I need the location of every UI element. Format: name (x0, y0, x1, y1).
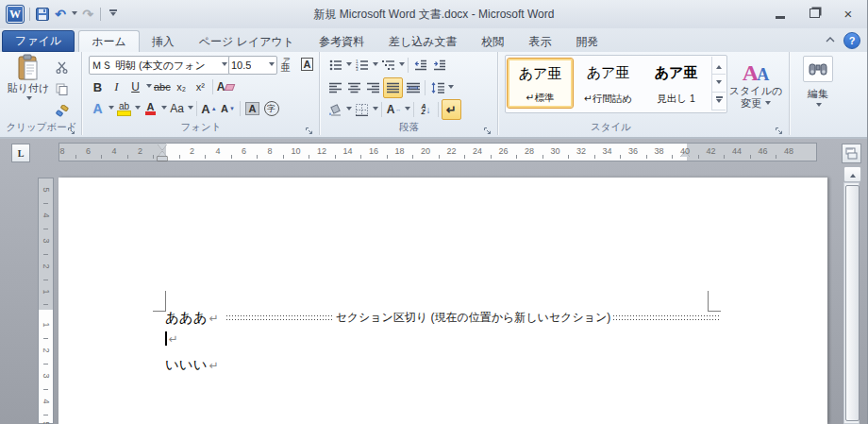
tab-references[interactable]: 参考資料 (307, 31, 376, 52)
increase-indent-button[interactable] (430, 56, 448, 75)
tab-home[interactable]: ホーム (78, 30, 140, 52)
style-normal[interactable]: あア亜 ↵標準 (507, 58, 574, 109)
align-center-icon (348, 82, 360, 93)
up-arrow-icon (716, 62, 722, 69)
subscript-button[interactable]: x₂ (173, 77, 191, 96)
multilevel-list-button[interactable] (379, 56, 397, 75)
phonetic-guide-button[interactable]: ア亜 (276, 55, 294, 74)
strikethrough-button[interactable]: abc (153, 77, 172, 96)
font-color-dropdown[interactable] (161, 106, 167, 112)
copy-icon (56, 83, 68, 95)
styles-gallery-scroll (711, 57, 726, 110)
align-right-button[interactable] (364, 78, 382, 97)
vertical-scrollbar[interactable] (843, 182, 860, 424)
horizontal-ruler[interactable]: 8642246810121416182022242628303234363840… (58, 143, 817, 161)
character-border-icon: A (301, 58, 314, 71)
show-formatting-marks-button[interactable]: ↵ (442, 99, 461, 120)
character-shading-button[interactable]: A (243, 99, 261, 118)
underline-button[interactable]: U (126, 77, 144, 96)
tab-insert[interactable]: 挿入 (140, 31, 187, 52)
shrink-font-button[interactable]: A▼ (219, 99, 237, 118)
tab-file[interactable]: ファイル (2, 30, 75, 52)
ruler-toggle-icon (845, 147, 858, 160)
superscript-button[interactable]: x² (192, 77, 209, 96)
copy-button[interactable] (53, 79, 71, 98)
minimize-ribbon-icon[interactable] (825, 29, 836, 46)
minimize-button[interactable] (772, 6, 789, 21)
font-size-select[interactable]: 10.5 (228, 56, 277, 75)
tab-mailings[interactable]: 差し込み文書 (376, 31, 470, 52)
align-center-button[interactable] (345, 78, 363, 97)
format-painter-button[interactable] (53, 101, 71, 120)
tab-selector-button[interactable]: L (11, 144, 30, 162)
cut-button[interactable] (53, 58, 71, 76)
asian-layout-button[interactable]: A↔ (385, 100, 403, 119)
font-color-bar (145, 111, 156, 115)
font-name-select[interactable]: ＭＳ 明朝 (本文のフォン (89, 56, 230, 75)
help-button[interactable]: ? (843, 32, 860, 49)
left-indent-marker[interactable] (158, 157, 167, 161)
numbering-dropdown[interactable] (373, 62, 378, 69)
decrease-indent-button[interactable] (411, 56, 429, 75)
styles-scroll-up-button[interactable] (712, 57, 726, 75)
scrollbar-thumb[interactable] (845, 185, 860, 421)
bullets-dropdown[interactable] (346, 62, 352, 69)
italic-button[interactable]: I (108, 77, 125, 96)
clipboard-dialog-launcher[interactable] (67, 123, 76, 132)
styles-scroll-down-button[interactable] (712, 75, 726, 93)
underline-dropdown[interactable] (146, 84, 152, 91)
highlight-button[interactable]: ab (115, 99, 133, 118)
highlight-dropdown[interactable] (135, 106, 141, 112)
borders-button[interactable] (353, 100, 371, 119)
text-effects-dropdown[interactable] (108, 106, 114, 112)
borders-dropdown[interactable] (373, 107, 378, 113)
font-color-button[interactable]: A (142, 99, 159, 118)
align-left-button[interactable] (326, 78, 344, 97)
tab-page-layout[interactable]: ページ レイアウト (187, 31, 307, 52)
style-no-spacing[interactable]: あア亜 ↵行間詰め (575, 58, 642, 109)
character-border-button[interactable]: A (298, 55, 316, 74)
ruler-toggle-button[interactable] (842, 144, 861, 163)
distribute-button[interactable] (404, 78, 422, 97)
shading-dropdown[interactable] (346, 107, 352, 113)
close-button[interactable]: × (840, 6, 857, 21)
grow-font-button[interactable]: A▲ (200, 99, 218, 118)
text-effects-button[interactable]: A (89, 99, 107, 118)
distribute-icon (407, 82, 420, 93)
editing-button[interactable]: 編集 (794, 56, 842, 110)
paste-dropdown[interactable] (26, 96, 32, 103)
line-spacing-button[interactable] (428, 78, 446, 97)
scroll-up-button[interactable] (843, 166, 861, 182)
pilcrow-icon: ↵ (446, 103, 457, 117)
change-styles-button[interactable]: AA スタイルの 変更 (727, 55, 784, 110)
numbering-button[interactable]: 123 (353, 56, 371, 75)
change-case-dropdown[interactable] (188, 106, 193, 112)
tab-review[interactable]: 校閲 (470, 31, 517, 52)
enclose-characters-button[interactable]: 字 (262, 99, 280, 118)
indent-icon (433, 59, 446, 71)
multilevel-dropdown[interactable] (399, 62, 405, 69)
style-heading1[interactable]: あア亜 見出し 1 (643, 58, 709, 109)
sort-button[interactable]: AZ ↓ (417, 100, 435, 119)
bold-button[interactable]: B (89, 77, 107, 96)
first-line-indent-marker[interactable] (158, 144, 167, 150)
shading-button[interactable] (326, 100, 344, 119)
paragraph-dialog-launcher[interactable] (483, 123, 492, 132)
restore-button[interactable] (806, 6, 823, 21)
styles-dialog-launcher[interactable] (775, 123, 784, 132)
styles-more-button[interactable] (712, 93, 726, 110)
clear-formatting-button[interactable]: A (216, 77, 236, 96)
asian-layout-dropdown[interactable] (405, 107, 410, 113)
vertical-ruler[interactable]: 5432112345 (38, 178, 54, 424)
font-dialog-launcher[interactable] (305, 123, 314, 132)
line-spacing-dropdown[interactable] (448, 85, 454, 92)
word-window: W ↶ ↷ 新規 Microsoft Word 文書.docx - Micros… (0, 0, 868, 424)
tab-developer[interactable]: 開発 (564, 31, 611, 52)
bullets-button[interactable] (326, 56, 344, 75)
change-case-button[interactable]: Aa (168, 99, 186, 118)
paragraph-mark: ↵ (209, 359, 219, 372)
tab-view[interactable]: 表示 (517, 31, 564, 52)
document-page[interactable]: あああ ↵ セクション区切り (現在の位置から新しいセクション) ↵ いいい ↵ (58, 178, 827, 424)
paste-button[interactable]: 貼り付け (8, 54, 49, 103)
justify-button[interactable] (383, 77, 403, 98)
